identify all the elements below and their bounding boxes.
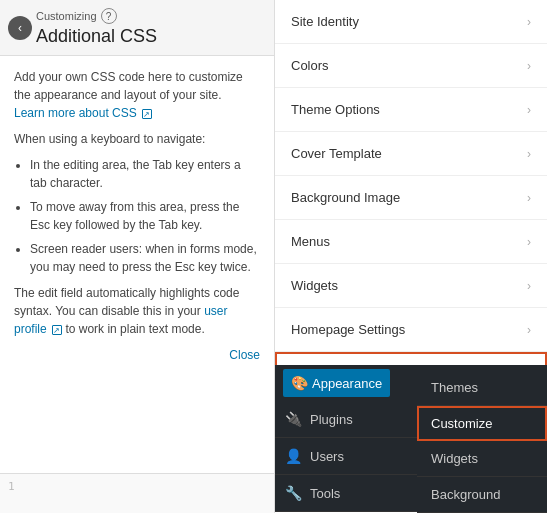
submenu-background[interactable]: Background	[417, 477, 547, 513]
appearance-label: Appearance	[312, 376, 382, 391]
page-title: Additional CSS	[36, 26, 264, 47]
appearance-icon: 🎨	[291, 375, 308, 391]
learn-more-link[interactable]: Learn more about CSS	[14, 106, 137, 120]
line-number: 1	[8, 480, 15, 493]
chevron-icon: ›	[527, 59, 531, 73]
code-area[interactable]: 1	[0, 473, 274, 513]
submenu-widgets[interactable]: Widgets	[417, 441, 547, 477]
nav-item-site-identity[interactable]: Site Identity›	[275, 0, 547, 44]
keyboard-intro: When using a keyboard to navigate:	[14, 130, 260, 148]
nav-item-theme-options[interactable]: Theme Options›	[275, 88, 547, 132]
description-1: Add your own CSS code here to customize …	[14, 68, 260, 122]
content-area: Add your own CSS code here to customize …	[0, 56, 274, 473]
submenu-customize[interactable]: Customize	[417, 406, 547, 441]
right-panel: Site Identity›Colors›Theme Options›Cover…	[275, 0, 547, 513]
nav-item-label-cover-template: Cover Template	[291, 146, 382, 161]
submenu-themes[interactable]: Themes	[417, 370, 547, 406]
external-link-icon-2	[52, 325, 62, 335]
close-link[interactable]: Close	[14, 346, 260, 364]
plugins-icon: 🔌	[285, 411, 302, 427]
nav-item-label-widgets: Widgets	[291, 278, 338, 293]
nav-item-label-theme-options: Theme Options	[291, 102, 380, 117]
users-label: Users	[310, 449, 344, 464]
keyboard-list: In the editing area, the Tab key enters …	[14, 156, 260, 276]
tools-icon: 🔧	[285, 485, 302, 501]
nav-item-background-image[interactable]: Background Image›	[275, 176, 547, 220]
nav-item-label-site-identity: Site Identity	[291, 14, 359, 29]
bullet-item-3: Screen reader users: when in forms mode,…	[30, 240, 260, 276]
customizing-label: Customizing ?	[36, 8, 264, 24]
header-bar: ‹ Customizing ? Additional CSS	[0, 0, 274, 56]
left-panel: ‹ Customizing ? Additional CSS Add your …	[0, 0, 275, 513]
external-link-icon	[142, 109, 152, 119]
nav-item-label-background-image: Background Image	[291, 190, 400, 205]
nav-item-label-homepage-settings: Homepage Settings	[291, 322, 405, 337]
customizing-text: Customizing	[36, 10, 97, 22]
help-icon[interactable]: ?	[101, 8, 117, 24]
tools-label: Tools	[310, 486, 340, 501]
bullet-item-2: To move away from this area, press the E…	[30, 198, 260, 234]
chevron-icon: ›	[527, 191, 531, 205]
chevron-icon: ›	[527, 103, 531, 117]
plugins-label: Plugins	[310, 412, 353, 427]
nav-item-homepage-settings[interactable]: Homepage Settings›	[275, 308, 547, 352]
chevron-icon: ›	[527, 279, 531, 293]
appearance-menu-item[interactable]: 🎨 Appearance	[283, 369, 390, 397]
back-button[interactable]: ‹	[8, 16, 32, 40]
chevron-icon: ›	[527, 15, 531, 29]
nav-item-colors[interactable]: Colors›	[275, 44, 547, 88]
users-icon: 👤	[285, 448, 302, 464]
nav-item-label-menus: Menus	[291, 234, 330, 249]
bullet-item-1: In the editing area, the Tab key enters …	[30, 156, 260, 192]
chevron-icon: ›	[527, 147, 531, 161]
chevron-icon: ›	[527, 323, 531, 337]
admin-bar-overlay: 🎨 Appearance 🔌 Plugins 👤 Users 🔧 Tools T…	[275, 365, 547, 513]
nav-item-menus[interactable]: Menus›	[275, 220, 547, 264]
submenu-panel: Themes Customize Widgets Background	[417, 370, 547, 513]
chevron-icon: ›	[527, 235, 531, 249]
description-2: The edit field automatically highlights …	[14, 284, 260, 338]
nav-item-label-colors: Colors	[291, 58, 329, 73]
nav-item-widgets[interactable]: Widgets›	[275, 264, 547, 308]
nav-item-cover-template[interactable]: Cover Template›	[275, 132, 547, 176]
